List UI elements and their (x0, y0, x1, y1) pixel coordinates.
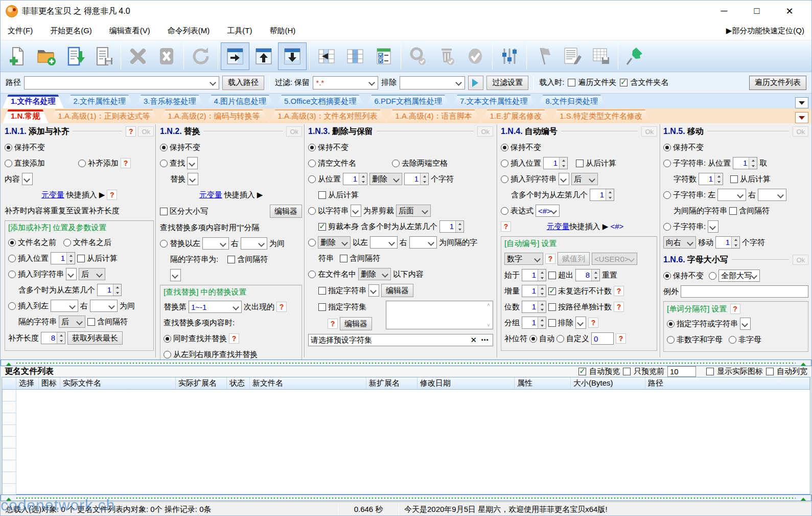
skip-unchecked-help-button[interactable]: ? (614, 286, 624, 296)
subtab-encoding[interactable]: 1.A.高级(2)：编码与转换等 (160, 109, 268, 123)
menu-help[interactable]: 帮助(H) (269, 26, 295, 36)
occurrence-help-button[interactable]: ? (276, 302, 287, 312)
right-delim-combobox[interactable] (241, 237, 267, 250)
subtab-normal[interactable]: 1.N.常规 (3, 109, 49, 123)
col-new-name[interactable]: 新文件名 (250, 377, 366, 389)
from-end-checkbox[interactable] (318, 191, 326, 199)
replace-combobox[interactable] (188, 173, 198, 185)
left-delim-combobox[interactable] (51, 300, 78, 312)
include-sep-checkbox[interactable] (340, 255, 347, 262)
metavar-link[interactable]: 元变量 (547, 222, 570, 231)
non-alnum-radio[interactable] (667, 336, 675, 344)
preset-charset-picker[interactable]: 请选择预设字符集✕⋯ (308, 334, 493, 346)
insert-pos-radio[interactable] (501, 160, 508, 167)
panel4-ok-button[interactable]: Ok (641, 126, 657, 137)
panel5-ok-button[interactable]: Ok (793, 126, 808, 137)
charset-textarea[interactable]: ˄˅ (386, 301, 493, 329)
exclude-help-button[interactable]: ? (588, 318, 598, 328)
col-size[interactable]: 大小(Bytes) (571, 377, 645, 389)
include-sep-checkbox[interactable] (227, 256, 235, 263)
path-combobox[interactable] (24, 76, 219, 89)
new-file-icon[interactable] (4, 42, 32, 70)
maximize-button[interactable]: □ (749, 6, 764, 17)
spec-string-checkbox[interactable] (318, 287, 326, 295)
filter-settings-button[interactable]: 过滤设置 (486, 76, 528, 90)
right-delim-combobox[interactable] (90, 300, 118, 312)
keep-unchanged-radio[interactable] (160, 144, 168, 151)
delete-between-radio[interactable] (308, 239, 316, 246)
type-help-button[interactable]: ? (545, 254, 555, 264)
pad-auto-radio[interactable] (529, 335, 537, 343)
keep-unchanged-radio[interactable] (663, 144, 671, 151)
sep-side-dropdown[interactable]: 后 (59, 316, 85, 328)
substring-delim-radio[interactable] (663, 191, 671, 199)
case-mode-combobox[interactable]: 全部大写 (718, 270, 760, 282)
browse-preset-icon[interactable]: ⋯ (481, 335, 491, 345)
menu-tools[interactable]: 工具(T) (227, 26, 252, 36)
trim-spaces-radio[interactable] (392, 160, 400, 167)
menu-command-list[interactable]: 命令列表(M) (168, 26, 210, 36)
panel1-ok-button[interactable]: Ok (138, 126, 154, 137)
increment-spinner[interactable]: 1 (522, 285, 546, 297)
exclude-checkbox[interactable] (548, 319, 556, 327)
pad-custom-radio[interactable] (556, 335, 564, 343)
subtab-script[interactable]: 1.A.高级(4)：语言脚本 (387, 109, 480, 123)
delete-content-radio[interactable] (308, 271, 316, 278)
subtab-extension[interactable]: 1.E.扩展名修改 (482, 109, 550, 123)
filter-combobox[interactable]: *.* (313, 76, 378, 89)
before-after-dropdown[interactable]: 后 (79, 268, 105, 280)
nth-occurrence-spinner[interactable]: 1 (590, 189, 614, 201)
sequential-replace-radio[interactable] (164, 351, 171, 358)
direction-dropdown[interactable]: 向右 (663, 236, 696, 249)
pin-topmost-icon[interactable] (621, 42, 649, 70)
left-delim-combobox[interactable] (370, 236, 398, 249)
substring-combobox[interactable] (708, 220, 718, 233)
close-button[interactable]: ✕ (782, 6, 797, 17)
add-folder-icon[interactable] (32, 42, 61, 70)
sep-chars-combobox[interactable] (740, 318, 751, 330)
skip-unchecked-checkbox[interactable] (548, 287, 556, 295)
delete-keep-dropdown[interactable]: 删除 (369, 173, 402, 185)
direct-add-radio[interactable] (5, 160, 12, 167)
spec-chars-radio[interactable] (667, 320, 675, 328)
tab-pdf-props[interactable]: 6.PDF文档属性处理 (366, 95, 450, 108)
subtab-regex[interactable]: 1.A.高级(1)：正则表达式等 (50, 109, 158, 123)
left-delim-combobox[interactable] (717, 189, 746, 201)
get-longest-button[interactable]: 获取列表最长 (67, 331, 123, 345)
col-actual-name[interactable]: 实际文件名 (60, 377, 176, 389)
delete-keep-dropdown3[interactable]: 删除 (358, 268, 391, 280)
per-path-help-button[interactable]: ? (614, 302, 624, 312)
overflow-checkbox[interactable] (548, 272, 556, 279)
load-path-button[interactable]: 载入路径 (222, 76, 264, 90)
refresh-icon[interactable] (187, 42, 215, 70)
change-case-radio[interactable] (709, 272, 716, 280)
panel2-ok-button[interactable]: Ok (286, 126, 302, 137)
editor-button[interactable]: 编辑器 (270, 205, 302, 218)
from-end-checkbox[interactable] (730, 175, 738, 183)
nth-occurrence-spinner[interactable]: 1 (439, 220, 464, 233)
edit-command-list-icon[interactable] (558, 42, 587, 70)
non-alpha-radio[interactable] (729, 336, 736, 344)
panel-right-icon[interactable] (221, 42, 249, 70)
expression-radio[interactable] (501, 207, 508, 215)
tab-file-attrs[interactable]: 2.文件属性处理 (65, 95, 134, 108)
show-columns-icon[interactable] (341, 42, 369, 70)
charset-editor-button[interactable]: 编辑器 (340, 317, 372, 330)
left-delim-combobox[interactable] (202, 237, 229, 250)
from-end-checkbox[interactable] (576, 160, 584, 167)
delete-keep-dropdown2[interactable]: 删除 (318, 236, 351, 249)
minimize-button[interactable]: ─ (716, 6, 732, 17)
col-mod-date[interactable]: 修改日期 (417, 377, 515, 389)
horizontal-splitter[interactable] (1, 360, 811, 366)
digits-spinner[interactable]: 1 (522, 301, 546, 313)
simultaneous-replace-radio[interactable] (164, 335, 171, 343)
per-path-checkbox[interactable] (548, 303, 556, 311)
find-combobox[interactable] (187, 157, 198, 169)
keep-unchanged-radio[interactable] (501, 144, 508, 151)
save-table-icon[interactable] (587, 42, 615, 70)
nth-occurrence-spinner[interactable]: 1 (97, 284, 122, 296)
overflow-spinner[interactable]: 8 (575, 269, 600, 281)
insert-between-radio[interactable] (8, 302, 16, 310)
load-file-list-icon[interactable] (61, 42, 89, 70)
col-select[interactable]: 选择 (16, 377, 39, 389)
